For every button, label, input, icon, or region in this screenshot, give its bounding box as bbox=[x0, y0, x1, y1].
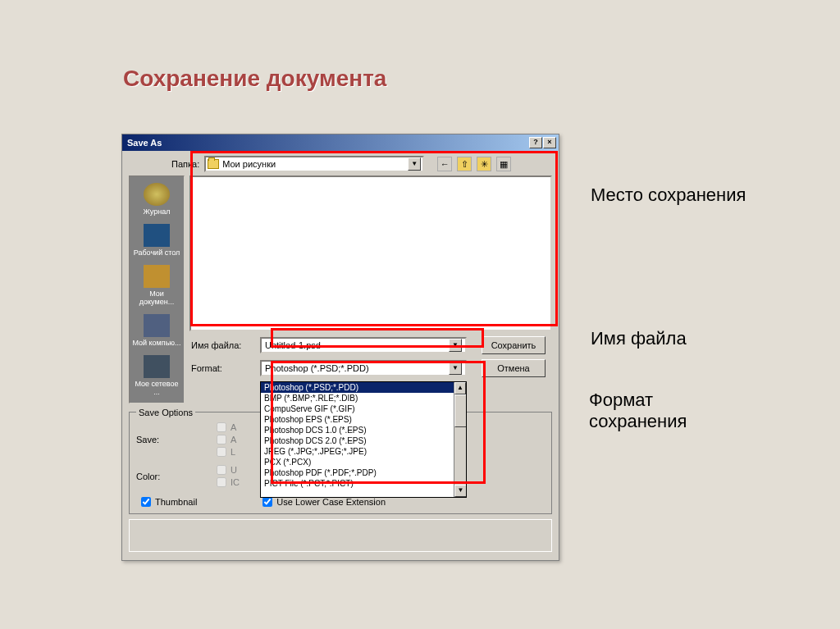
checkbox-disabled: A bbox=[217, 422, 236, 432]
sidebar-item-label: Мое сетевое ... bbox=[131, 380, 182, 396]
format-option[interactable]: Photoshop DCS 1.0 (*.EPS) bbox=[261, 425, 466, 435]
close-button[interactable]: × bbox=[543, 137, 556, 148]
computer-icon bbox=[144, 314, 170, 337]
annotation-format: Формат сохранения bbox=[589, 390, 753, 432]
checkbox-disabled: L bbox=[217, 447, 236, 457]
checkbox-label: Use Lower Case Extension bbox=[276, 497, 386, 507]
up-folder-icon[interactable]: ⇧ bbox=[457, 157, 472, 171]
filename-label: Имя файла: bbox=[189, 340, 260, 350]
scrollbar[interactable]: ▲ ▼ bbox=[454, 382, 466, 497]
format-option[interactable]: Photoshop DCS 2.0 (*.EPS) bbox=[261, 435, 466, 446]
info-group bbox=[129, 519, 552, 552]
titlebar: Save As ? × bbox=[122, 134, 559, 151]
format-value: Photoshop (*.PSD;*.PDD) bbox=[265, 363, 369, 373]
places-sidebar: Журнал Рабочий стол Мои докумен... Мой к… bbox=[129, 175, 185, 403]
scroll-down-icon[interactable]: ▼ bbox=[454, 485, 467, 497]
sidebar-item-label: Мои докумен... bbox=[131, 289, 182, 306]
file-list-pane[interactable] bbox=[189, 175, 552, 331]
scroll-thumb[interactable] bbox=[454, 394, 467, 427]
lowercase-checkbox[interactable]: Use Lower Case Extension bbox=[262, 497, 386, 507]
annotation-location: Место сохранения bbox=[591, 185, 755, 206]
format-option[interactable]: Photoshop (*.PSD;*.PDD) bbox=[261, 382, 466, 393]
format-label: Format: bbox=[189, 363, 260, 373]
documents-icon bbox=[144, 265, 170, 288]
sidebar-item-history[interactable]: Журнал bbox=[131, 180, 182, 219]
format-select[interactable]: Photoshop (*.PSD;*.PDD) ▼ bbox=[260, 360, 467, 376]
folder-icon bbox=[208, 159, 219, 169]
checkbox-disabled: A bbox=[217, 435, 236, 444]
format-dropdown-list[interactable]: Photoshop (*.PSD;*.PDD) BMP (*.BMP;*.RLE… bbox=[260, 381, 467, 498]
back-icon[interactable]: ← bbox=[437, 157, 452, 171]
slide-title: Сохранение документа bbox=[123, 66, 386, 92]
filename-value: Untitled-1.psd bbox=[265, 340, 321, 350]
folder-label: Папка: bbox=[171, 159, 199, 169]
chevron-down-icon[interactable]: ▼ bbox=[449, 339, 462, 352]
format-option[interactable]: PCX (*.PCX) bbox=[261, 457, 466, 467]
checkbox-disabled: IC bbox=[217, 477, 240, 487]
format-option[interactable]: CompuServe GIF (*.GIF) bbox=[261, 403, 466, 414]
help-button[interactable]: ? bbox=[529, 137, 542, 148]
sidebar-item-desktop[interactable]: Рабочий стол bbox=[131, 221, 182, 260]
save-sublabel: Save: bbox=[136, 435, 169, 444]
sidebar-item-label: Журнал bbox=[131, 207, 182, 216]
save-options-legend: Save Options bbox=[136, 408, 195, 417]
checkbox-disabled: U bbox=[217, 465, 240, 475]
save-button[interactable]: Сохранить bbox=[482, 336, 546, 354]
sidebar-item-label: Рабочий стол bbox=[131, 248, 182, 257]
save-as-dialog: Save As ? × Папка: Мои рисунки ▼ ← ⇧ ✳ ▦ bbox=[121, 134, 559, 561]
sidebar-item-label: Мой компью... bbox=[131, 339, 182, 347]
format-option[interactable]: PICT File (*.PCT;*.PICT) bbox=[261, 478, 466, 489]
format-option[interactable]: Photoshop EPS (*.EPS) bbox=[261, 414, 466, 425]
folder-value: Мои рисунки bbox=[222, 159, 276, 169]
new-folder-icon[interactable]: ✳ bbox=[477, 157, 491, 171]
scroll-up-icon[interactable]: ▲ bbox=[454, 382, 466, 394]
folder-select[interactable]: Мои рисунки ▼ bbox=[204, 156, 424, 172]
format-option[interactable]: Photoshop PDF (*.PDF;*.PDP) bbox=[261, 467, 466, 478]
history-icon bbox=[144, 183, 170, 206]
filename-input[interactable]: Untitled-1.psd ▼ bbox=[260, 337, 467, 353]
dialog-title: Save As bbox=[127, 138, 162, 148]
checkbox-label: Thumbnail bbox=[155, 497, 197, 507]
color-sublabel: Color: bbox=[136, 472, 169, 481]
cancel-button[interactable]: Отмена bbox=[482, 359, 546, 377]
format-option[interactable]: JPEG (*.JPG;*.JPEG;*.JPE) bbox=[261, 446, 466, 457]
view-menu-icon[interactable]: ▦ bbox=[496, 157, 511, 171]
thumbnail-checkbox[interactable]: Thumbnail bbox=[141, 497, 197, 507]
sidebar-item-computer[interactable]: Мой компью... bbox=[131, 311, 182, 350]
annotation-filename: Имя файла bbox=[591, 328, 687, 349]
chevron-down-icon[interactable]: ▼ bbox=[449, 362, 462, 375]
sidebar-item-documents[interactable]: Мои докумен... bbox=[131, 262, 182, 309]
network-icon bbox=[144, 355, 170, 378]
format-option[interactable]: BMP (*.BMP;*.RLE;*.DIB) bbox=[261, 393, 466, 403]
chevron-down-icon[interactable]: ▼ bbox=[408, 157, 421, 171]
sidebar-item-network[interactable]: Мое сетевое ... bbox=[131, 352, 182, 399]
desktop-icon bbox=[144, 224, 170, 247]
